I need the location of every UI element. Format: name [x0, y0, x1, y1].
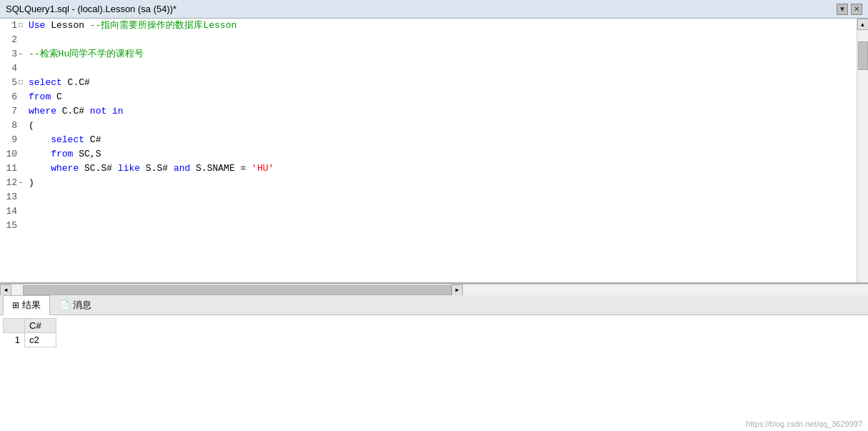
table-row: 1c2 — [4, 333, 56, 347]
line-num: 10 — [3, 147, 17, 162]
code-line — [29, 190, 854, 204]
results-panel: ⊞结果📄消息 C#1c2 https://blog.csdn.net/qq_36… — [0, 295, 868, 431]
results-table: C#1c2 — [3, 318, 56, 347]
line-num: 15 — [3, 219, 17, 233]
line-number-row: 14 — [0, 204, 26, 219]
line-number-row: 13 — [0, 190, 26, 204]
line-numbers: 1□23–45□6789101112–131415 — [0, 19, 26, 282]
line-number-row: 1□ — [0, 19, 26, 33]
line-num: 6 — [3, 90, 17, 104]
horizontal-scrollbar[interactable]: ◀ ▶ — [0, 284, 868, 295]
code-line — [29, 33, 854, 47]
tab-icon-results: ⊞ — [12, 300, 19, 310]
dropdown-button[interactable]: ▼ — [837, 4, 848, 15]
scroll-left-arrow[interactable]: ◀ — [0, 284, 11, 296]
tab-label-messages: 消息 — [73, 299, 91, 312]
code-area[interactable]: Use Lesson --指向需要所操作的数据库Lesson --检索Hu同学不… — [26, 19, 857, 282]
line-number-row: 3– — [0, 47, 26, 61]
code-line: --检索Hu同学不学的课程号 — [29, 47, 854, 61]
row-num-header — [4, 319, 25, 333]
line-num: 3 — [3, 47, 17, 61]
collapse-icon[interactable]: – — [19, 176, 26, 190]
line-number-row: 15 — [0, 219, 26, 233]
code-line: from C — [29, 90, 854, 104]
column-header: C# — [25, 319, 56, 333]
line-number-row: 6 — [0, 90, 26, 104]
collapse-icon[interactable]: – — [19, 47, 26, 61]
line-num: 5 — [3, 76, 17, 90]
title-bar: SQLQuery1.sql - (local).Lesson (sa (54))… — [0, 0, 868, 19]
editor-container: 1□23–45□6789101112–131415 Use Lesson --指… — [0, 19, 868, 284]
line-num: 12 — [3, 176, 17, 190]
line-number-row: 4 — [0, 61, 26, 76]
cell-value: c2 — [25, 333, 56, 347]
code-line: where C.C# not in — [29, 104, 854, 119]
collapse-icon[interactable]: □ — [19, 76, 26, 90]
window-title: SQLQuery1.sql - (local).Lesson (sa (54))… — [6, 4, 176, 14]
line-num: 4 — [3, 61, 17, 76]
code-line: where SC.S# like S.S# and S.SNAME = 'HU' — [29, 162, 854, 176]
vertical-scrollbar[interactable]: ▲ — [857, 19, 868, 282]
row-number: 1 — [4, 333, 25, 347]
line-number-row: 5□ — [0, 76, 26, 90]
line-num: 11 — [3, 162, 17, 176]
tab-label-results: 结果 — [22, 299, 41, 312]
line-num: 14 — [3, 204, 17, 219]
scroll-right-arrow[interactable]: ▶ — [452, 284, 463, 296]
line-num: 13 — [3, 190, 17, 204]
code-line: Use Lesson --指向需要所操作的数据库Lesson — [29, 19, 854, 33]
line-num: 2 — [3, 33, 17, 47]
results-content: C#1c2 https://blog.csdn.net/qq_3629997 — [0, 315, 868, 431]
watermark: https://blog.csdn.net/qq_3629997 — [746, 420, 862, 428]
code-line: ( — [29, 119, 854, 133]
code-line — [29, 219, 854, 233]
code-line: ) — [29, 176, 854, 190]
line-number-row: 9 — [0, 133, 26, 147]
code-line: select C# — [29, 133, 854, 147]
code-line — [29, 204, 854, 219]
tab-results[interactable]: ⊞结果 — [3, 295, 50, 315]
tab-icon-messages: 📄 — [59, 300, 70, 310]
window-controls: ▼ ✕ — [837, 4, 862, 15]
results-tabs: ⊞结果📄消息 — [0, 295, 868, 315]
line-number-row: 2 — [0, 33, 26, 47]
line-num: 1 — [3, 19, 17, 33]
line-number-row: 11 — [0, 162, 26, 176]
scroll-up-arrow[interactable]: ▲ — [857, 19, 869, 30]
close-button[interactable]: ✕ — [851, 4, 862, 15]
line-number-row: 12– — [0, 176, 26, 190]
line-num: 9 — [3, 133, 17, 147]
code-line: select C.C# — [29, 76, 854, 90]
line-number-row: 10 — [0, 147, 26, 162]
tab-messages[interactable]: 📄消息 — [50, 295, 101, 314]
scroll-thumb[interactable] — [858, 41, 868, 70]
line-number-row: 8 — [0, 119, 26, 133]
hscroll-thumb[interactable] — [23, 285, 452, 295]
line-num: 8 — [3, 119, 17, 133]
line-number-row: 7 — [0, 104, 26, 119]
code-line — [29, 61, 854, 76]
line-num: 7 — [3, 104, 17, 119]
code-line: from SC,S — [29, 147, 854, 162]
collapse-icon[interactable]: □ — [19, 19, 26, 33]
